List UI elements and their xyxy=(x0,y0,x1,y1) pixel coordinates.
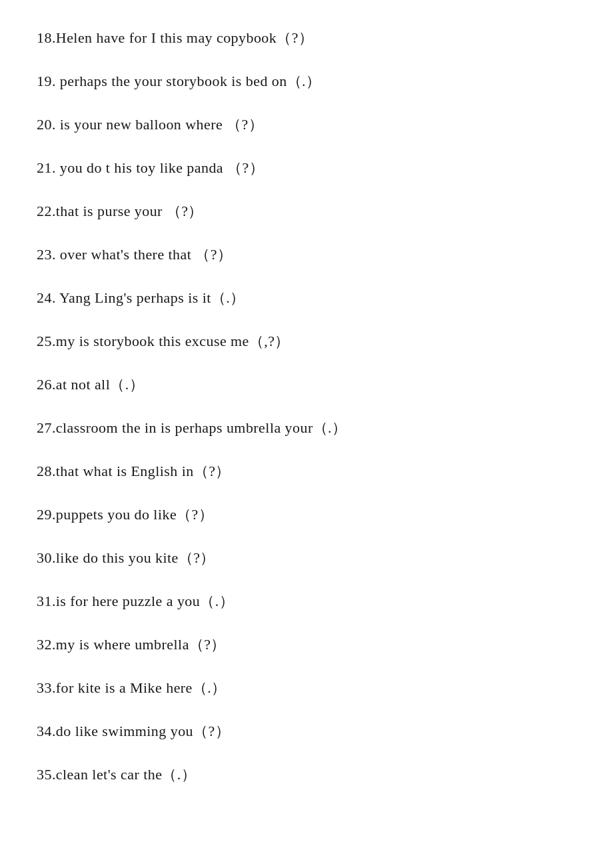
list-item: 35.clean let's car the（.） xyxy=(37,763,576,785)
list-item: 31.is for here puzzle a you（.） xyxy=(37,590,576,612)
list-item: 24. Yang Ling's perhaps is it（.） xyxy=(37,287,576,309)
list-item: 32.my is where umbrella（?） xyxy=(37,633,576,655)
list-item: 33.for kite is a Mike here（.） xyxy=(37,677,576,699)
list-item: 25.my is storybook this excuse me（,?） xyxy=(37,330,576,352)
list-item: 30.like do this you kite（?） xyxy=(37,547,576,569)
list-item: 26.at not all（.） xyxy=(37,373,576,395)
list-item: 27.classroom the in is perhaps umbrella … xyxy=(37,417,576,439)
list-item: 18.Helen have for I this may copybook（?） xyxy=(37,27,576,49)
list-item: 19. perhaps the your storybook is bed on… xyxy=(37,70,576,92)
list-item: 29.puppets you do like（?） xyxy=(37,503,576,525)
list-item: 21. you do t his toy like panda （?） xyxy=(37,157,576,179)
list-item: 23. over what's there that （?） xyxy=(37,243,576,265)
list-item: 20. is your new balloon where （?） xyxy=(37,113,576,135)
question-list: 18.Helen have for I this may copybook（?）… xyxy=(37,27,576,785)
list-item: 22.that is purse your （?） xyxy=(37,200,576,222)
list-item: 34.do like swimming you（?） xyxy=(37,720,576,742)
list-item: 28.that what is English in（?） xyxy=(37,460,576,482)
